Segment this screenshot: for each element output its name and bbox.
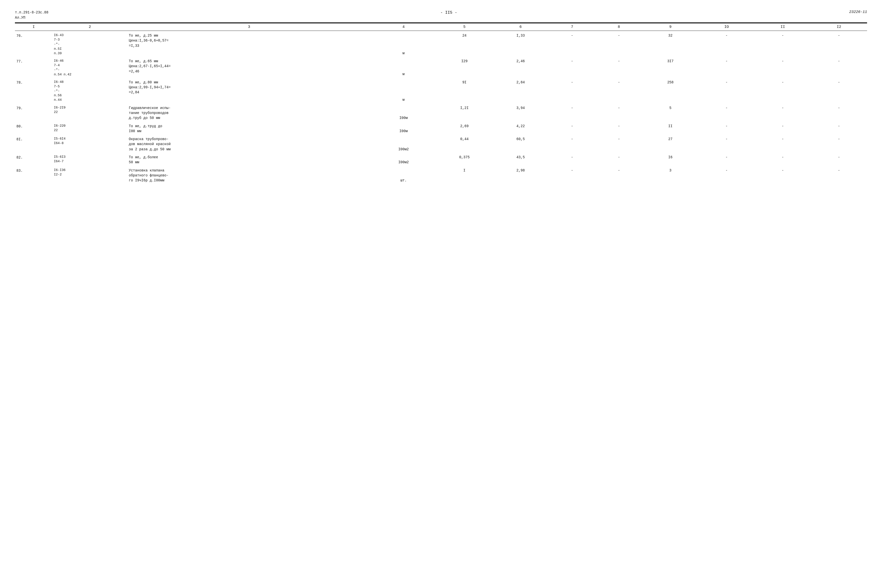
col-header-6: 6 — [492, 23, 549, 31]
row-col8: - — [596, 32, 642, 57]
row-col11: - — [754, 123, 811, 135]
row-col6: 4,22 — [492, 123, 549, 135]
row-description: Гидравлическое испы- тание трубопроводов… — [128, 105, 371, 122]
row-number: 78. — [15, 79, 52, 103]
row-col11: - — [754, 136, 811, 153]
row-description: То же, д.труд до I00 мм — [128, 123, 371, 135]
page-number: - II5 - — [48, 10, 849, 15]
row-number: 82. — [15, 154, 52, 166]
row-col11: - — [754, 154, 811, 166]
table-row: 79.I6-2I9 22Гидравлическое испы- тание т… — [15, 105, 867, 122]
row-col7: - — [549, 79, 596, 103]
col-header-8: 8 — [596, 23, 642, 31]
row-col9: 32 — [642, 32, 699, 57]
table-row: 8I.I5-6I4 I64-8Окраска трубопрово- дов м… — [15, 136, 867, 153]
row-unit: I00м2 — [371, 154, 436, 166]
row-unit: м — [371, 32, 436, 57]
row-col8: - — [596, 167, 642, 184]
row-col10: - — [699, 79, 755, 103]
row-col10: - — [699, 32, 755, 57]
row-col7: - — [549, 58, 596, 78]
row-number: 83. — [15, 167, 52, 184]
row-col9: 27 — [642, 136, 699, 153]
row-col6: 60,5 — [492, 136, 549, 153]
row-col6: 43,5 — [492, 154, 549, 166]
row-number: 79. — [15, 105, 52, 122]
row-col9: 3I7 — [642, 58, 699, 78]
row-col11: - — [754, 79, 811, 103]
row-col6: 2,46 — [492, 58, 549, 78]
row-unit: I00м — [371, 105, 436, 122]
row-col5: I — [436, 167, 492, 184]
row-col5: I,2I — [436, 105, 492, 122]
row-code: I5-6I3 I64-7 — [52, 154, 128, 166]
row-col8: - — [596, 79, 642, 103]
row-col7: - — [549, 167, 596, 184]
row-description: Окраска трубопрово- дов масляной краской… — [128, 136, 371, 153]
col-header-7: 7 — [549, 23, 596, 31]
header-left: т.п.291-8-23с.88 Ал.УП — [15, 10, 48, 20]
row-col10: - — [699, 167, 755, 184]
col-header-1: I — [15, 23, 52, 31]
row-col11: - — [754, 32, 811, 57]
row-col12: - — [811, 58, 867, 78]
row-col9: 5 — [642, 105, 699, 122]
row-col10: - — [699, 105, 755, 122]
col-header-9: 9 — [642, 23, 699, 31]
row-description: То же, д.25 мм Цена:I,36-0,6+0,57= =I,33 — [128, 32, 371, 57]
row-number: 76. — [15, 32, 52, 57]
row-col6: 2,98 — [492, 167, 549, 184]
table-row: 82.I5-6I3 I64-7То же, д.более 50 ммI00м2… — [15, 154, 867, 166]
row-col5: 24 — [436, 32, 492, 57]
row-col6: 2,84 — [492, 79, 549, 103]
page-header: т.п.291-8-23с.88 Ал.УП - II5 - 23226-11 — [15, 10, 867, 20]
doc-ref-line1: т.п.291-8-23с.88 — [15, 10, 48, 15]
row-code: I6-46 7-4 -"- п.54 п.42 — [52, 58, 128, 78]
row-col6: 3,94 — [492, 105, 549, 122]
row-code: I6-43 7-3 -"- п.5I п.39 — [52, 32, 128, 57]
row-col10: - — [699, 136, 755, 153]
row-col5: I29 — [436, 58, 492, 78]
doc-number: 23226-11 — [849, 10, 867, 14]
row-number: 8I. — [15, 136, 52, 153]
row-col7: - — [549, 32, 596, 57]
main-table: I 2 3 4 5 6 7 8 9 IO II I2 76.I6-43 7-3 … — [15, 23, 867, 184]
row-col8: - — [596, 105, 642, 122]
row-col7: - — [549, 136, 596, 153]
row-description: То же, д.80 мм Цена:2,99-I,94+I,74= =2,8… — [128, 79, 371, 103]
row-col11: - — [754, 167, 811, 184]
row-code: I6-220 22 — [52, 123, 128, 135]
row-description: Установка клапана обратного фланцево- го… — [128, 167, 371, 184]
row-number: 80. — [15, 123, 52, 135]
row-col12: - — [811, 167, 867, 184]
row-col12: - — [811, 105, 867, 122]
row-col10: - — [699, 58, 755, 78]
row-col12: - — [811, 123, 867, 135]
table-row: 77.I6-46 7-4 -"- п.54 п.42То же, д.65 мм… — [15, 58, 867, 78]
row-col6: I,33 — [492, 32, 549, 57]
row-col9: I6 — [642, 154, 699, 166]
row-number: 77. — [15, 58, 52, 78]
doc-ref-line2: Ал.УП — [15, 15, 48, 20]
row-col8: - — [596, 58, 642, 78]
row-col8: - — [596, 154, 642, 166]
row-col8: - — [596, 136, 642, 153]
row-description: То же, д.более 50 мм — [128, 154, 371, 166]
table-row: 80.I6-220 22То же, д.труд до I00 ммI00м2… — [15, 123, 867, 135]
row-col5: 0,375 — [436, 154, 492, 166]
row-code: I6-I36 I2-2 — [52, 167, 128, 184]
row-unit: I00м2 — [371, 136, 436, 153]
row-col12: - — [811, 154, 867, 166]
row-col10: - — [699, 123, 755, 135]
row-col5: 0,44 — [436, 136, 492, 153]
row-col12: - — [811, 79, 867, 103]
col-header-10: IO — [699, 23, 755, 31]
col-header-3: 3 — [128, 23, 371, 31]
table-row: 76.I6-43 7-3 -"- п.5I п.39То же, д.25 мм… — [15, 32, 867, 57]
row-unit: м — [371, 58, 436, 78]
row-col11: - — [754, 105, 811, 122]
row-unit: шт. — [371, 167, 436, 184]
row-code: I6-48 7-5 -"- п.56 п.44 — [52, 79, 128, 103]
row-col7: - — [549, 105, 596, 122]
table-row: 83.I6-I36 I2-2Установка клапана обратног… — [15, 167, 867, 184]
